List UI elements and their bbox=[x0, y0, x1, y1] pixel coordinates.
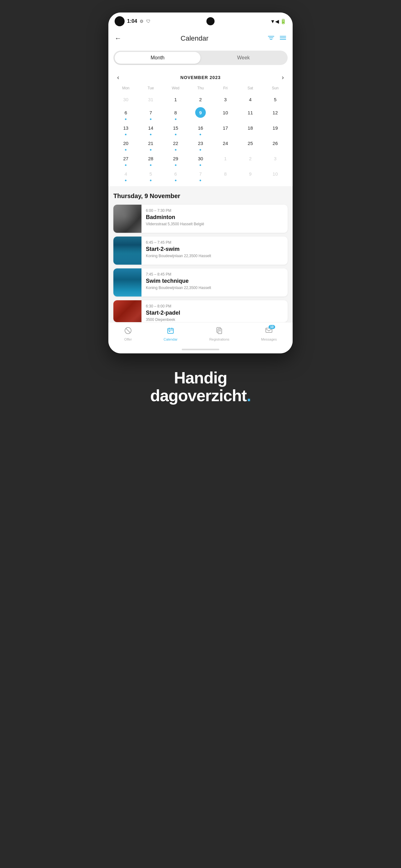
day-cell[interactable]: 30 bbox=[188, 152, 213, 167]
nav-item-offer[interactable]: Offer bbox=[119, 326, 137, 342]
registrations-icon bbox=[215, 327, 223, 336]
day-cell[interactable]: 18 bbox=[238, 121, 263, 136]
day-cell[interactable]: 23 bbox=[188, 136, 213, 152]
app-title: Calendar bbox=[180, 34, 208, 42]
day-cell[interactable]: 4 bbox=[238, 93, 263, 106]
day-number: 6 bbox=[121, 107, 131, 118]
svg-rect-12 bbox=[169, 331, 170, 332]
nav-item-messages[interactable]: 10 Messages bbox=[256, 326, 282, 342]
day-cell[interactable]: 1 bbox=[213, 152, 238, 167]
event-card-start2swim[interactable]: 6:45 – 7:45 PMStart-2-swimKoning Boudewi… bbox=[113, 237, 288, 265]
day-cell[interactable]: 11 bbox=[238, 106, 263, 121]
day-number: 19 bbox=[270, 122, 280, 133]
day-cell[interactable]: 1 bbox=[163, 93, 188, 106]
event-image-swimtech bbox=[113, 269, 141, 297]
day-cell[interactable]: 6 bbox=[163, 167, 188, 183]
day-cell[interactable]: 25 bbox=[238, 136, 263, 152]
event-dot bbox=[175, 180, 176, 181]
day-cell[interactable]: 10 bbox=[263, 167, 288, 183]
day-cell[interactable]: 5 bbox=[263, 93, 288, 106]
event-card-badminton[interactable]: 6:00 – 7:30 PMBadmintonVildersstraat 5,3… bbox=[113, 205, 288, 233]
status-right: ▼◀ 🔋 bbox=[270, 19, 287, 24]
speaker-dot bbox=[206, 17, 214, 25]
day-cell[interactable]: 27 bbox=[113, 152, 138, 167]
day-cell[interactable]: 17 bbox=[213, 121, 238, 136]
event-card-start2padel[interactable]: 6:30 – 8:00 PMStart-2-padel3500 Diepenbe… bbox=[113, 300, 288, 322]
day-cell[interactable]: 26 bbox=[263, 136, 288, 152]
svg-line-7 bbox=[126, 329, 130, 333]
event-image-start2padel bbox=[113, 300, 141, 322]
day-header-thu: Thu bbox=[188, 85, 213, 92]
filter-icon[interactable] bbox=[268, 34, 274, 42]
home-indicator bbox=[108, 349, 293, 353]
day-cell[interactable]: 8 bbox=[213, 167, 238, 183]
event-dot bbox=[200, 180, 201, 181]
day-cell[interactable]: 5 bbox=[138, 167, 163, 183]
day-cell[interactable]: 20 bbox=[113, 136, 138, 152]
day-cell[interactable]: 21 bbox=[138, 136, 163, 152]
day-cell[interactable]: 6 bbox=[113, 106, 138, 121]
day-cell[interactable]: 2 bbox=[188, 93, 213, 106]
day-number: 5 bbox=[145, 168, 156, 179]
day-header-sat: Sat bbox=[238, 85, 263, 92]
svg-rect-8 bbox=[168, 329, 173, 333]
day-number: 30 bbox=[121, 94, 131, 105]
day-number: 5 bbox=[270, 94, 280, 105]
nav-item-calendar[interactable]: Calendar bbox=[159, 326, 183, 342]
day-number: 13 bbox=[121, 122, 131, 133]
day-cell[interactable]: 9 bbox=[238, 167, 263, 183]
day-cell[interactable]: 10 bbox=[213, 106, 238, 121]
next-month-button[interactable]: › bbox=[279, 72, 287, 82]
prev-month-button[interactable]: ‹ bbox=[114, 72, 122, 82]
battery-icon: 🔋 bbox=[280, 19, 287, 24]
day-cell[interactable]: 19 bbox=[263, 121, 288, 136]
offer-label: Offer bbox=[124, 337, 132, 341]
day-number: 25 bbox=[245, 138, 256, 148]
day-number: 9 bbox=[195, 107, 206, 118]
day-cell[interactable]: 13 bbox=[113, 121, 138, 136]
day-cell[interactable]: 16 bbox=[188, 121, 213, 136]
day-number: 1 bbox=[220, 153, 231, 164]
day-header-tue: Tue bbox=[138, 85, 163, 92]
back-button[interactable]: ← bbox=[114, 34, 122, 42]
day-cell[interactable]: 2 bbox=[238, 152, 263, 167]
day-cell[interactable]: 3 bbox=[263, 152, 288, 167]
shield-icon: 🛡 bbox=[146, 19, 151, 24]
day-cell[interactable]: 31 bbox=[138, 93, 163, 106]
offer-icon bbox=[124, 327, 132, 336]
event-image-inner bbox=[113, 269, 141, 297]
month-tab[interactable]: Month bbox=[114, 52, 201, 64]
day-number: 2 bbox=[245, 153, 256, 164]
day-cell[interactable]: 9 bbox=[188, 106, 213, 121]
day-number: 23 bbox=[195, 138, 206, 148]
event-info-badminton: 6:00 – 7:30 PMBadmintonVildersstraat 5,3… bbox=[141, 205, 288, 233]
day-cell[interactable]: 15 bbox=[163, 121, 188, 136]
day-cell[interactable]: 28 bbox=[138, 152, 163, 167]
day-number: 10 bbox=[220, 107, 231, 118]
day-cell[interactable]: 7 bbox=[188, 167, 213, 183]
day-cell[interactable]: 30 bbox=[113, 93, 138, 106]
svg-rect-14 bbox=[218, 329, 222, 334]
day-cell[interactable]: 7 bbox=[138, 106, 163, 121]
day-cell[interactable]: 22 bbox=[163, 136, 188, 152]
day-cell[interactable]: 8 bbox=[163, 106, 188, 121]
day-number: 20 bbox=[121, 138, 131, 148]
menu-icon[interactable] bbox=[279, 34, 287, 42]
event-location: Koning Boudewijnlaan 22,3500 Hasselt bbox=[146, 286, 283, 290]
day-cell[interactable]: 29 bbox=[163, 152, 188, 167]
status-left: 1:04 ⚙ 🛡 bbox=[114, 16, 151, 26]
event-dot bbox=[175, 118, 176, 120]
day-cell[interactable]: 4 bbox=[113, 167, 138, 183]
week-tab[interactable]: Week bbox=[201, 52, 287, 64]
day-cell[interactable]: 3 bbox=[213, 93, 238, 106]
tab-toggle-inner: Month Week bbox=[113, 51, 288, 65]
day-cell[interactable]: 12 bbox=[263, 106, 288, 121]
day-cell[interactable]: 14 bbox=[138, 121, 163, 136]
day-cell[interactable]: 24 bbox=[213, 136, 238, 152]
calendar-label: Calendar bbox=[164, 337, 178, 341]
hero-dot: . bbox=[247, 386, 251, 405]
messages-badge-wrapper: 10 bbox=[265, 327, 273, 336]
event-card-swimtech[interactable]: 7:45 – 8:45 PMSwim techniqueKoning Boude… bbox=[113, 269, 288, 297]
event-title: Start-2-swim bbox=[146, 246, 283, 252]
nav-item-registrations[interactable]: Registrations bbox=[204, 326, 234, 342]
